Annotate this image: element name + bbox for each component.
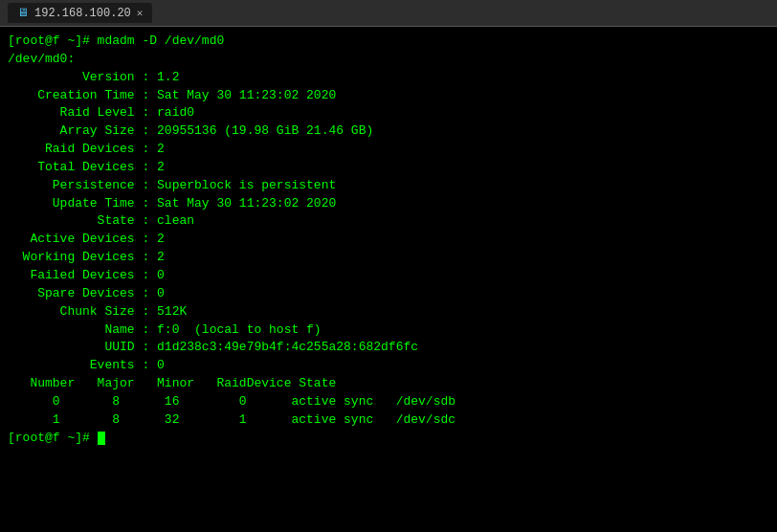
terminal-line: Update Time : Sat May 30 11:23:02 2020 bbox=[8, 195, 769, 213]
terminal-line: Total Devices : 2 bbox=[8, 159, 769, 177]
terminal-output: [root@f ~]# mdadm -D /dev/md0/dev/md0: V… bbox=[0, 27, 777, 532]
terminal-line: Active Devices : 2 bbox=[8, 231, 769, 249]
terminal-line: Version : 1.2 bbox=[8, 69, 769, 87]
terminal-line: Chunk Size : 512K bbox=[8, 303, 769, 321]
tab-label: 192.168.100.20 bbox=[34, 7, 131, 20]
terminal-tab[interactable]: 🖥 192.168.100.20 ✕ bbox=[8, 3, 152, 23]
monitor-icon: 🖥 bbox=[17, 6, 29, 20]
terminal-line: 0 8 16 0 active sync /dev/sdb bbox=[8, 393, 769, 411]
terminal-line: Raid Level : raid0 bbox=[8, 104, 769, 122]
terminal-line: Raid Devices : 2 bbox=[8, 141, 769, 159]
terminal-line: State : clean bbox=[8, 212, 769, 231]
terminal-line: UUID : d1d238c3:49e79b4f:4c255a28:682df6… bbox=[8, 339, 769, 357]
terminal-line: [root@f ~]# bbox=[8, 430, 769, 448]
terminal-cursor bbox=[98, 432, 105, 445]
terminal-line: Events : 0 bbox=[8, 357, 769, 375]
terminal-line: Name : f:0 (local to host f) bbox=[8, 321, 769, 340]
terminal-line: Spare Devices : 0 bbox=[8, 285, 769, 303]
terminal-line: Failed Devices : 0 bbox=[8, 267, 769, 285]
terminal-line: Working Devices : 2 bbox=[8, 249, 769, 267]
terminal-line: Persistence : Superblock is persistent bbox=[8, 177, 769, 195]
terminal-line: [root@f ~]# mdadm -D /dev/md0 bbox=[8, 33, 769, 51]
terminal-line: Number Major Minor RaidDevice State bbox=[8, 375, 769, 393]
tab-close-button[interactable]: ✕ bbox=[137, 7, 144, 19]
terminal-line: Array Size : 20955136 (19.98 GiB 21.46 G… bbox=[8, 122, 769, 141]
terminal-line: Creation Time : Sat May 30 11:23:02 2020 bbox=[8, 87, 769, 105]
title-bar: 🖥 192.168.100.20 ✕ bbox=[0, 0, 777, 27]
terminal-line: 1 8 32 1 active sync /dev/sdc bbox=[8, 411, 769, 430]
terminal-line: /dev/md0: bbox=[8, 51, 769, 69]
